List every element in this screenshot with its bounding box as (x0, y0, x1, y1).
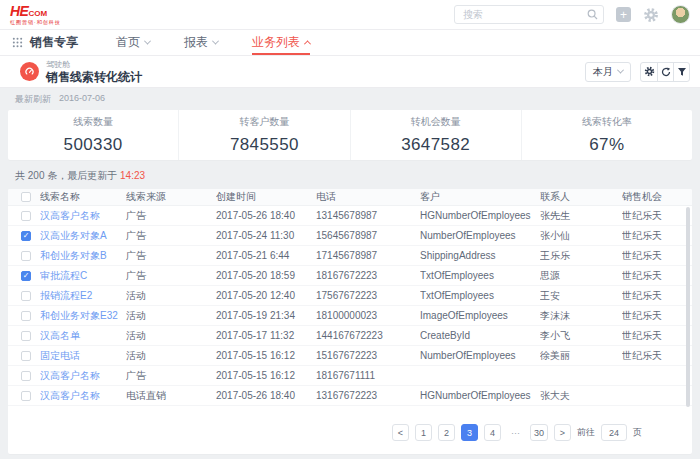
search-input[interactable] (454, 5, 604, 24)
table-row[interactable]: 汉高客户名称 广告 2017-05-26 18:40 13145678987 H… (8, 206, 692, 226)
period-select[interactable]: 本月 (585, 62, 631, 82)
customer-cell: CreateById (420, 330, 540, 341)
table-row[interactable]: 汉高客户名称 电话直销 2017-05-26 18:40 13167672223… (8, 386, 692, 406)
lead-name-link[interactable]: 汉高客户名称 (40, 210, 100, 221)
column-header-1: 线索名称 (40, 190, 126, 204)
table-row[interactable]: 审批流程C 广告 2017-05-20 18:59 18167672223 Tx… (8, 266, 692, 286)
add-button[interactable] (616, 7, 631, 22)
pagination: <1234···30> 前往 页 (392, 424, 642, 441)
refresh-button[interactable] (657, 63, 673, 81)
column-header-2: 线索来源 (126, 190, 216, 204)
opportunity-cell: 世纪乐天 (622, 229, 692, 243)
goto-page-input[interactable] (601, 424, 627, 441)
row-checkbox[interactable] (21, 211, 31, 221)
refresh-line: 最新刷新 2016-07-06 (8, 88, 692, 110)
row-checkbox[interactable] (21, 391, 31, 401)
contact-cell: 思源 (540, 269, 622, 283)
page-button[interactable]: 3 (461, 424, 478, 441)
page-button[interactable]: 2 (438, 424, 455, 441)
customer-cell: ShippingAddress (420, 250, 540, 261)
lead-name-link[interactable]: 汉高客户名称 (40, 370, 100, 381)
contact-cell: 王安 (540, 289, 622, 303)
table-header-row: 线索名称线索来源创建时间电话客户联系人销售机会 (8, 189, 692, 206)
table-row[interactable]: 汉高名单 活动 2017-05-17 11:32 144167672223 Cr… (8, 326, 692, 346)
opportunity-cell: 世纪乐天 (622, 209, 692, 223)
lead-source-cell: 活动 (126, 309, 216, 323)
chevron-down-icon (144, 38, 151, 45)
stat-label: 线索转化率 (582, 115, 632, 129)
lead-name-link[interactable]: 和创业务对象E32 (40, 310, 118, 321)
page-button[interactable]: 4 (484, 424, 501, 441)
table-summary: 共 200 条，最后更新于 14:23 (8, 160, 692, 189)
contact-cell: 张先生 (540, 209, 622, 223)
phone-cell: 13145678987 (316, 210, 420, 221)
created-time-cell: 2017-05-21 6:44 (216, 250, 316, 261)
stat-value: 3647582 (401, 135, 470, 155)
user-avatar[interactable] (671, 5, 690, 24)
row-checkbox[interactable] (21, 311, 31, 321)
opportunity-cell: 世纪乐天 (622, 349, 692, 363)
lead-name-link[interactable]: 审批流程C (40, 270, 87, 281)
stat-tile: 线索转化率 67% (522, 110, 692, 160)
next-page-button[interactable]: > (554, 424, 571, 441)
lead-name-link[interactable]: 报销流程E2 (40, 290, 92, 301)
page-button[interactable]: 30 (530, 424, 548, 441)
page-button[interactable]: 1 (415, 424, 432, 441)
table-row[interactable]: 固定电话 活动 2017-05-15 16:12 15167672223 Num… (8, 346, 692, 366)
table-row[interactable]: 汉高客户名称 广告 2017-05-15 16:12 18167671111 (8, 366, 692, 386)
row-checkbox[interactable] (21, 271, 31, 281)
refresh-label: 最新刷新 (15, 93, 51, 106)
lead-name-link[interactable]: 汉高客户名称 (40, 390, 100, 401)
created-time-cell: 2017-05-15 16:12 (216, 370, 316, 381)
settings-gear-icon[interactable] (643, 7, 659, 23)
row-checkbox[interactable] (21, 331, 31, 341)
lead-source-cell: 广告 (126, 249, 216, 263)
table-row[interactable]: 报销流程E2 活动 2017-05-20 12:40 17567672223 T… (8, 286, 692, 306)
nav-tab-1[interactable]: 首页 (116, 30, 150, 55)
table-row[interactable]: 和创业务对象E32 活动 2017-05-19 21:34 1810000002… (8, 306, 692, 326)
created-time-cell: 2017-05-15 16:12 (216, 350, 316, 361)
filter-button[interactable] (673, 63, 689, 81)
table-row[interactable]: 和创业务对象B 广告 2017-05-21 6:44 17145678987 S… (8, 246, 692, 266)
row-checkbox[interactable] (21, 251, 31, 261)
lead-source-cell: 活动 (126, 289, 216, 303)
lead-name-link[interactable]: 汉高业务对象A (40, 230, 107, 241)
page-title: 销售线索转化统计 (46, 71, 142, 83)
select-all-checkbox[interactable] (21, 192, 31, 202)
created-time-cell: 2017-05-20 12:40 (216, 290, 316, 301)
row-checkbox[interactable] (21, 371, 31, 381)
lead-name-link[interactable]: 汉高名单 (40, 330, 80, 341)
prev-page-button[interactable]: < (392, 424, 409, 441)
search-icon (587, 9, 598, 20)
report-settings-button[interactable] (641, 63, 657, 81)
phone-cell: 15645678987 (316, 230, 420, 241)
toolbar-icon-group (640, 62, 690, 82)
dashboard-gauge-icon (20, 62, 39, 81)
page-ellipsis: ··· (507, 424, 524, 441)
nav-tab-3[interactable]: 业务列表 (252, 30, 310, 55)
phone-cell: 15167672223 (316, 350, 420, 361)
customer-cell: TxtOfEmployees (420, 290, 540, 301)
stat-label: 转机会数量 (411, 115, 461, 129)
table-scrollbar[interactable] (686, 207, 690, 407)
lead-source-cell: 电话直销 (126, 389, 216, 403)
stats-card: 线索数量 500330 转客户数量 7845550 转机会数量 3647582 … (8, 110, 692, 160)
lead-name-link[interactable]: 和创业务对象B (40, 250, 107, 261)
logo-tagline: 红圈营销·和创科技 (10, 20, 61, 25)
created-time-cell: 2017-05-19 21:34 (216, 310, 316, 321)
leads-table: 线索名称线索来源创建时间电话客户联系人销售机会 汉高客户名称 广告 2017-0… (8, 189, 692, 454)
logo-text: HE (10, 3, 28, 19)
row-checkbox[interactable] (21, 231, 31, 241)
table-row[interactable]: 汉高业务对象A 广告 2017-05-24 11:30 15645678987 … (8, 226, 692, 246)
row-checkbox[interactable] (21, 291, 31, 301)
record-count: 共 200 条，最后更新于 (15, 170, 117, 181)
stat-label: 转客户数量 (239, 115, 289, 129)
nav-tab-2[interactable]: 报表 (184, 30, 218, 55)
customer-cell: HGNumberOfEmployees (420, 210, 540, 221)
row-checkbox[interactable] (21, 351, 31, 361)
lead-name-link[interactable]: 固定电话 (40, 350, 80, 361)
hecom-logo[interactable]: HECOM 红圈营销·和创科技 (10, 4, 61, 25)
top-header: HECOM 红圈营销·和创科技 (0, 0, 700, 30)
phone-cell: 17567672223 (316, 290, 420, 301)
apps-grid-icon[interactable] (12, 37, 23, 48)
